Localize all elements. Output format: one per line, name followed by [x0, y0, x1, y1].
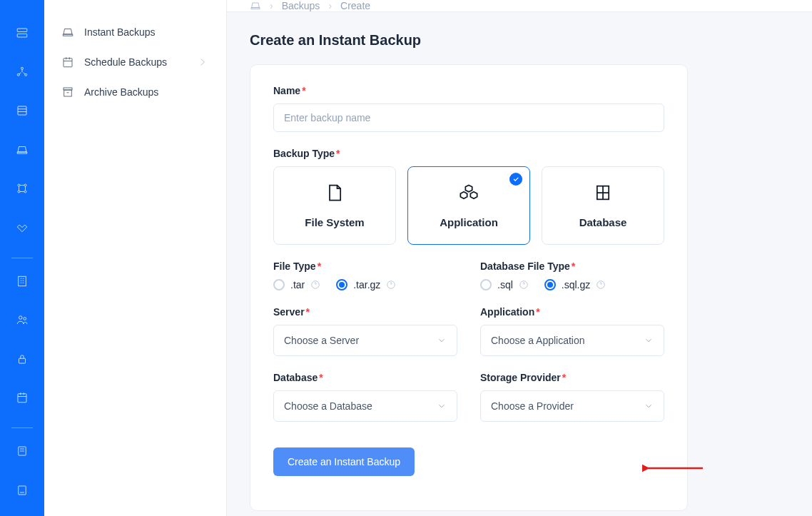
rail-divider: [11, 428, 33, 428]
file-icon: [325, 183, 345, 205]
help-icon: [596, 280, 606, 290]
rail-page-icon[interactable]: [8, 477, 36, 503]
form-card: Name* Backup Type* File System Applic: [250, 64, 688, 511]
nav-rail: [0, 0, 44, 516]
server-select[interactable]: Choose a Server: [273, 325, 457, 356]
database-label: Database*: [273, 372, 457, 383]
svg-point-9: [24, 191, 26, 193]
chevron-down-icon: [437, 335, 447, 345]
rail-backup-icon[interactable]: [8, 136, 36, 162]
chevron-down-icon: [437, 401, 447, 411]
boxes-icon: [459, 183, 479, 205]
help-icon: [519, 280, 529, 290]
svg-point-2: [21, 67, 24, 69]
svg-rect-14: [18, 394, 26, 403]
svg-rect-16: [19, 486, 26, 495]
db-file-type-label: Database File Type*: [480, 260, 664, 272]
rail-building-icon[interactable]: [8, 268, 36, 294]
rail-list-icon[interactable]: [8, 98, 36, 123]
svg-point-7: [24, 184, 26, 186]
breadcrumb: › Backups › Create: [227, 0, 812, 12]
rail-handshake-icon[interactable]: [8, 214, 36, 240]
main: › Backups › Create Create an Instant Bac…: [227, 0, 812, 516]
svg-point-6: [18, 184, 20, 186]
application-label: Application*: [480, 306, 664, 318]
svg-rect-13: [19, 358, 26, 363]
backup-type-label: Backup Type*: [273, 148, 664, 159]
submit-button[interactable]: Create an Instant Backup: [273, 447, 415, 476]
submenu-archive-backups[interactable]: Archive Backups: [44, 77, 226, 107]
application-select[interactable]: Choose a Application: [480, 325, 664, 356]
radio-sql[interactable]: .sql: [480, 279, 529, 290]
svg-rect-0: [17, 29, 27, 32]
check-icon: [509, 173, 522, 186]
rail-cluster-icon[interactable]: [8, 59, 36, 84]
svg-rect-5: [18, 106, 26, 115]
svg-point-12: [24, 318, 26, 320]
chevron-down-icon: [644, 335, 654, 345]
chevron-down-icon: [644, 401, 654, 411]
type-database[interactable]: Database: [542, 166, 664, 245]
radio-targz[interactable]: .tar.gz: [336, 279, 396, 290]
drive-icon: [250, 0, 261, 11]
rail-divider: [11, 258, 33, 258]
svg-rect-19: [64, 90, 72, 96]
breadcrumb-sep: ›: [328, 0, 332, 11]
type-label: Database: [579, 216, 627, 228]
svg-rect-1: [17, 34, 27, 38]
svg-rect-17: [64, 59, 72, 67]
rail-docs-icon[interactable]: [8, 438, 36, 464]
type-label: File System: [305, 216, 364, 228]
drive-icon: [61, 26, 74, 39]
svg-rect-18: [64, 88, 72, 90]
type-label: Application: [440, 216, 498, 228]
page-title: Create an Instant Backup: [250, 32, 789, 49]
calendar-icon: [61, 56, 74, 69]
name-label: Name*: [273, 85, 664, 96]
rail-lock-icon[interactable]: [8, 345, 36, 371]
breadcrumb-create[interactable]: Create: [340, 0, 370, 11]
database-icon: [593, 183, 613, 205]
submenu-item-label: Schedule Backups: [84, 56, 167, 68]
rail-network-icon[interactable]: [8, 176, 36, 201]
name-input[interactable]: [273, 103, 664, 132]
provider-select[interactable]: Choose a Provider: [480, 390, 664, 422]
file-type-label: File Type*: [273, 260, 457, 272]
rail-calendar-icon[interactable]: [8, 385, 36, 410]
breadcrumb-sep: ›: [270, 0, 273, 11]
chevron-right-icon: [196, 56, 209, 69]
svg-point-8: [18, 191, 20, 193]
database-select[interactable]: Choose a Database: [273, 390, 457, 422]
radio-tar[interactable]: .tar: [273, 279, 320, 290]
svg-point-11: [19, 316, 23, 320]
submenu-item-label: Archive Backups: [84, 86, 158, 98]
breadcrumb-backups[interactable]: Backups: [282, 0, 320, 11]
type-application[interactable]: Application: [407, 166, 530, 245]
archive-icon: [61, 86, 74, 98]
submenu-instant-backups[interactable]: Instant Backups: [44, 17, 226, 47]
help-icon: [310, 280, 320, 290]
rail-team-icon[interactable]: [8, 307, 36, 333]
server-label: Server*: [273, 306, 457, 318]
submenu-item-label: Instant Backups: [84, 26, 156, 38]
submenu-schedule-backups[interactable]: Schedule Backups: [44, 47, 226, 77]
submenu: Instant Backups Schedule Backups Archive…: [44, 0, 227, 516]
help-icon: [386, 280, 396, 290]
svg-rect-10: [19, 276, 26, 286]
radio-sqlgz[interactable]: .sql.gz: [544, 279, 606, 290]
provider-label: Storage Provider*: [480, 372, 664, 383]
rail-dashboard-icon[interactable]: [8, 20, 36, 46]
type-filesystem[interactable]: File System: [273, 166, 396, 245]
